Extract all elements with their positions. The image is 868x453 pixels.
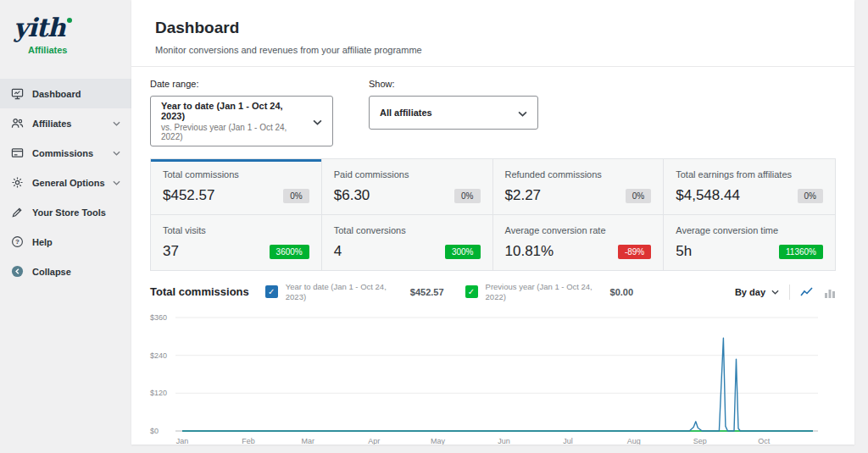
collapse-icon (11, 265, 25, 278)
date-range-compare: vs. Previous year (Jan 1 - Oct 24, 2022) (161, 123, 303, 141)
gear-icon (11, 176, 25, 189)
sidebar-item-label: Your Store Tools (32, 207, 106, 218)
stat-label: Total commissions (163, 169, 309, 180)
page-subtitle: Monitor conversions and revenues from yo… (155, 45, 831, 55)
logo-text: yith (14, 13, 65, 42)
stats-grid: Total commissions $452.570% Paid commiss… (150, 158, 836, 271)
chevron-down-icon (771, 290, 779, 295)
show-label: Show: (369, 79, 538, 89)
affiliates-icon (11, 117, 25, 130)
svg-text:Sep: Sep (693, 437, 707, 445)
stat-value: 4 (334, 243, 342, 260)
svg-text:$360: $360 (150, 313, 167, 322)
yith-logo[interactable]: yith (14, 15, 118, 41)
date-range-dropdown[interactable]: Year to date (Jan 1 - Oct 24, 2023) vs. … (150, 96, 333, 146)
sidebar-item-collapse[interactable]: Collapse (0, 257, 131, 286)
stat-label: Refunded commissions (505, 169, 652, 180)
status-badge: 300% (445, 245, 481, 259)
stat-value: $2.27 (505, 187, 542, 204)
stat-label: Total conversions (334, 225, 481, 235)
date-range-label: Date range: (150, 79, 333, 89)
sidebar-item-dashboard[interactable]: Dashboard (0, 79, 131, 108)
stat-total-visits[interactable]: Total visits 373600% (151, 215, 322, 270)
series-checkbox-current[interactable]: ✓ (265, 285, 278, 298)
page-title: Dashboard (155, 19, 831, 37)
stat-value: 37 (163, 243, 179, 260)
chevron-down-icon (518, 105, 527, 120)
series-amount-previous: $0.00 (610, 287, 634, 297)
main-panel: Dashboard Monitor conversions and revenu… (131, 0, 854, 445)
svg-text:May: May (431, 437, 446, 445)
stat-value: $4,548.44 (676, 187, 740, 204)
status-badge: 0% (283, 189, 309, 203)
sidebar-item-label: Collapse (32, 267, 71, 277)
show-dropdown[interactable]: All affiliates (369, 96, 538, 130)
stat-value: 10.81% (505, 243, 554, 260)
product-name: Affiliates (14, 41, 118, 55)
sidebar-item-your-store-tools[interactable]: Your Store Tools (0, 197, 131, 227)
page-header: Dashboard Monitor conversions and revenu… (131, 0, 854, 67)
date-range-value: Year to date (Jan 1 - Oct 24, 2023) (161, 101, 303, 121)
chart-header: Total commissions ✓ Year to date (Jan 1 … (150, 271, 836, 304)
app-root: yith Affiliates Dashboard Affiliates (0, 0, 868, 453)
brand-block: yith Affiliates (0, 10, 131, 55)
stat-value: $6.30 (334, 187, 370, 204)
stat-refunded-commissions[interactable]: Refunded commissions $2.270% (493, 159, 665, 215)
sidebar-item-label: Commissions (32, 148, 93, 158)
store-tools-icon (11, 206, 25, 218)
stat-paid-commissions[interactable]: Paid commissions $6.300% (322, 159, 493, 215)
sidebar-item-commissions[interactable]: Commissions (0, 138, 131, 168)
date-range-filter: Date range: Year to date (Jan 1 - Oct 24… (150, 79, 333, 146)
svg-text:Aug: Aug (627, 437, 641, 445)
svg-text:Jun: Jun (498, 437, 510, 445)
status-badge: 0% (626, 189, 651, 203)
sidebar-nav: Dashboard Affiliates Commissions (0, 79, 131, 286)
dashboard-icon (11, 87, 25, 100)
stat-label: Average conversion rate (505, 225, 652, 235)
series-checkbox-previous[interactable]: ✓ (465, 285, 478, 298)
svg-text:$120: $120 (150, 389, 167, 397)
stat-total-earnings[interactable]: Total earnings from affiliates $4,548.44… (664, 159, 835, 215)
show-value: All affiliates (380, 108, 432, 118)
stat-avg-conversion-time[interactable]: Average conversion time 5h11360% (664, 215, 835, 270)
chevron-down-icon (313, 113, 322, 129)
svg-text:Jan: Jan (176, 437, 189, 445)
svg-text:Apr: Apr (368, 437, 380, 445)
sidebar-item-affiliates[interactable]: Affiliates (0, 108, 131, 138)
stat-value: $452.57 (163, 187, 214, 204)
show-filter: Show: All affiliates (369, 79, 538, 146)
sidebar-item-label: Dashboard (32, 89, 81, 99)
svg-text:$240: $240 (150, 351, 167, 359)
stat-label: Paid commissions (334, 169, 481, 180)
chart-area[interactable]: $0$120$240$360Jan2023FebMarAprMayJunJulA… (131, 304, 854, 445)
interval-value: By day (735, 287, 765, 297)
svg-text:?: ? (15, 238, 19, 246)
stat-value: 5h (676, 243, 692, 260)
stat-total-commissions[interactable]: Total commissions $452.570% (151, 159, 322, 215)
logo-green-dot-icon (67, 18, 72, 23)
chevron-down-icon (113, 180, 120, 185)
sidebar-item-label: General Options (32, 178, 105, 188)
sidebar-item-help[interactable]: ? Help (0, 227, 131, 257)
stat-label: Total visits (163, 225, 309, 235)
chevron-down-icon (113, 121, 120, 126)
status-badge: 0% (798, 189, 823, 203)
stat-total-conversions[interactable]: Total conversions 4300% (322, 215, 493, 270)
line-chart-icon[interactable] (800, 286, 814, 298)
svg-text:Jul: Jul (563, 437, 573, 445)
sidebar-item-general-options[interactable]: General Options (0, 168, 131, 197)
series-amount-current: $452.57 (410, 287, 444, 297)
commissions-line-chart[interactable]: $0$120$240$360Jan2023FebMarAprMayJunJulA… (142, 306, 830, 445)
svg-text:Oct: Oct (758, 437, 771, 445)
stat-avg-conversion-rate[interactable]: Average conversion rate 10.81%-89% (493, 215, 665, 270)
stat-label: Total earnings from affiliates (676, 169, 823, 180)
svg-text:$0: $0 (150, 427, 159, 435)
interval-dropdown[interactable]: By day (735, 287, 779, 297)
status-badge: 3600% (270, 245, 309, 259)
sidebar: yith Affiliates Dashboard Affiliates (0, 0, 131, 453)
svg-text:Mar: Mar (302, 437, 315, 445)
series-label-previous: Previous year (Jan 1 - Oct 24, 2022) (486, 282, 603, 302)
divider (789, 285, 790, 300)
bar-chart-icon[interactable] (824, 286, 836, 298)
chevron-down-icon (113, 151, 120, 156)
